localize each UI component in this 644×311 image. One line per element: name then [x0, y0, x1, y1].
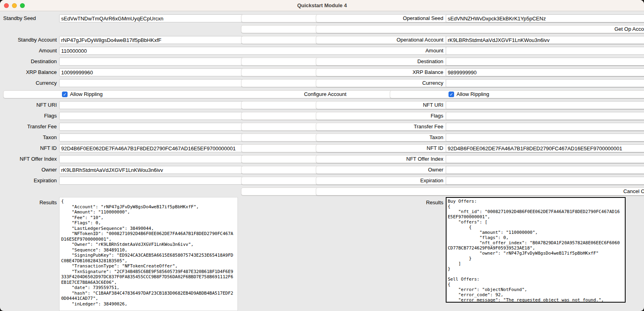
row-seed: Standby Seed Get Standby Account Get Ope… — [0, 14, 644, 22]
window-title: Quickstart Module 4 — [0, 0, 644, 11]
row-currency: Currency Get Balances Get Balances Curre… — [0, 79, 644, 87]
row-taxon: Taxon Create Sell Offer Create Sell Offe… — [0, 134, 644, 142]
row-account: Standby Account Send XRP > < Send XRP Op… — [0, 36, 644, 44]
operational-allow-rippling: ✓ Allow Rippling — [449, 90, 536, 98]
standby-nft-uri-label: NFT URI — [0, 101, 58, 109]
title-bar[interactable]: Quickstart Module 4 — [0, 0, 644, 11]
operational-flags-label: Flags — [387, 112, 445, 120]
row-amount: Amount Amount — [0, 47, 644, 55]
operational-nft-uri-input[interactable] — [446, 101, 644, 109]
row-nft-uri: NFT URI Mint NFT Mint NFT NFT URI — [0, 101, 644, 109]
standby-destination-label: Destination — [0, 58, 58, 66]
operational-nft-id-label: NFT ID — [387, 144, 445, 152]
row-xrp-balance: XRP Balance Send Currency > < Send Curre… — [0, 68, 644, 76]
operational-nft-uri-label: NFT URI — [387, 101, 445, 109]
standby-allow-rippling-label: Allow Rippling — [70, 90, 103, 98]
operational-owner-input[interactable] — [446, 166, 644, 174]
operational-flags-input[interactable] — [446, 112, 644, 120]
operational-currency-label: Currency — [387, 79, 445, 87]
standby-amount-label: Amount — [0, 47, 58, 55]
standby-owner-label: Owner — [0, 166, 58, 174]
operational-nft-id-input[interactable] — [446, 144, 644, 152]
row-nft-id: NFT ID Accept Sell Offer Accept Sell Off… — [0, 144, 644, 152]
operational-destination-label: Destination — [387, 58, 445, 66]
standby-transfer-fee-label: Transfer Fee — [0, 123, 58, 131]
operational-expiration-input[interactable] — [446, 177, 644, 185]
standby-results-text[interactable]: { "Account": "rNP47gJFvDyW8gsDo4weB17if5… — [59, 197, 238, 311]
operational-taxon-label: Taxon — [387, 134, 445, 142]
row-configure: Configure Account ✓ Allow Rippling Confi… — [0, 90, 644, 98]
standby-nft-id-label: NFT ID — [0, 144, 58, 152]
operational-allow-rippling-checkbox[interactable]: ✓ — [449, 92, 454, 97]
standby-currency-label: Currency — [0, 79, 58, 87]
operational-taxon-input[interactable] — [446, 134, 644, 142]
operational-account-input[interactable] — [446, 36, 644, 44]
operational-amount-label: Amount — [387, 47, 445, 55]
operational-destination-input[interactable] — [446, 58, 644, 66]
operational-nft-offer-index-label: NFT Offer Index — [387, 155, 445, 163]
row-expiration: Expiration Get Offers Get Offers Expirat… — [0, 177, 644, 185]
row-owner: Owner Accept Buy Offer Accept Buy Offer … — [0, 166, 644, 174]
standby-xrp-balance-label: XRP Balance — [0, 68, 58, 76]
operational-currency-input[interactable] — [446, 79, 644, 87]
operational-amount-input[interactable] — [446, 47, 644, 55]
standby-nft-offer-index-label: NFT Offer Index — [0, 155, 58, 163]
standby-flags-label: Flags — [0, 112, 58, 120]
row-account-info: Get Standby Account Info Get Op Account … — [0, 25, 644, 33]
operational-transfer-fee-label: Transfer Fee — [387, 123, 445, 131]
operational-nft-offer-index-input[interactable] — [446, 155, 644, 163]
operational-results-text[interactable]: Buy Offers: { "nft_id": "0008271092D4B6F… — [446, 197, 626, 303]
row-transfer-fee: Transfer Fee Burn NFT Burn NFT Transfer … — [0, 123, 644, 131]
standby-seed-label: Standby Seed — [0, 14, 58, 22]
operational-owner-label: Owner — [387, 166, 445, 174]
operational-xrp-balance-input[interactable] — [446, 68, 644, 76]
standby-expiration-label: Expiration — [0, 177, 58, 185]
get-op-account-info-button[interactable]: Get Op Account Info — [316, 25, 644, 33]
operational-expiration-label: Expiration — [387, 177, 445, 185]
operational-allow-rippling-label: Allow Rippling — [457, 90, 489, 98]
operational-seed-input[interactable] — [446, 14, 644, 22]
standby-allow-rippling-checkbox[interactable]: ✓ — [62, 92, 68, 97]
standby-account-label: Standby Account — [0, 36, 58, 44]
operational-seed-label: Operational Seed — [387, 14, 445, 22]
operational-xrp-balance-label: XRP Balance — [387, 68, 445, 76]
operational-transfer-fee-input[interactable] — [446, 123, 644, 131]
row-cancel-offer: Cancel Offer Cancel Offer — [0, 187, 644, 195]
row-destination: Destination Create Trust Line Create Tru… — [0, 58, 644, 66]
operational-account-label: Operational Account — [387, 36, 445, 44]
standby-taxon-label: Taxon — [0, 134, 58, 142]
standby-results-label: Results — [0, 199, 58, 207]
quickstart-window: Quickstart Module 4 Standby Seed Get Sta… — [0, 0, 644, 311]
operational-cancel-offer-button[interactable]: Cancel Offer — [316, 187, 644, 195]
standby-allow-rippling: ✓ Allow Rippling — [62, 90, 150, 98]
row-nft-offer-index: NFT Offer Index Create Buy Offer Create … — [0, 155, 644, 163]
operational-results-label: Results — [387, 199, 445, 207]
row-flags: Flags Get NFTs Get NFTs Flags — [0, 112, 644, 120]
